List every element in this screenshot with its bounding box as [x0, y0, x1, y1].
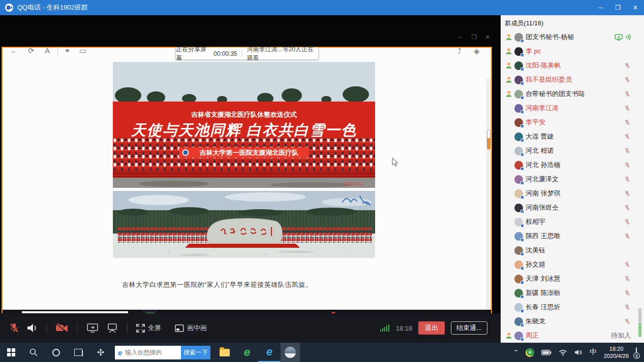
member-name: 沈美钰: [526, 246, 631, 255]
member-row[interactable]: 沈美钰: [501, 243, 644, 257]
sidebar-scrollbar[interactable]: [638, 308, 641, 337]
svg-text:天使与天池同辉 白衣共白雪一色: 天使与天池同辉 白衣共白雪一色: [130, 122, 357, 138]
task-view-button[interactable]: [67, 343, 89, 362]
speaking-icon: [625, 34, 631, 41]
member-row[interactable]: 河南李江涛: [501, 101, 644, 115]
speaker-icon[interactable]: [574, 349, 582, 356]
mic-muted-icon[interactable]: [624, 304, 631, 311]
member-row[interactable]: 河南 张梦琪: [501, 186, 644, 201]
mic-muted-icon[interactable]: [624, 190, 631, 197]
mic-muted-icon[interactable]: [624, 289, 631, 297]
mic-muted-icon[interactable]: [624, 233, 631, 240]
active-app-button[interactable]: [281, 343, 300, 362]
browser-360-button[interactable]: e: [236, 343, 258, 362]
avatar: [514, 218, 523, 226]
member-row[interactable]: 陕西 王思唯: [501, 229, 644, 243]
reader-cube-button[interactable]: ◈: [474, 47, 480, 56]
camera-muted-button[interactable]: [55, 323, 69, 333]
mic-muted-icon[interactable]: [624, 275, 631, 282]
reader-page-icon[interactable]: ▭: [79, 46, 86, 55]
member-row[interactable]: 河北 程诺: [501, 144, 644, 158]
mic-muted-icon[interactable]: [624, 90, 631, 97]
edge-button[interactable]: e: [258, 343, 281, 362]
mic-muted-icon[interactable]: [624, 105, 631, 112]
status-divider: [242, 50, 242, 57]
start-button[interactable]: [0, 343, 22, 362]
member-row[interactable]: 周正待加入: [501, 328, 644, 343]
desktop-clock[interactable]: 18:20 2020/4/26: [604, 345, 629, 359]
avatar: [514, 33, 523, 42]
avatar: [514, 61, 523, 70]
battery-icon[interactable]: [541, 350, 551, 355]
member-name: 河南李江涛: [526, 104, 624, 113]
mic-muted-icon[interactable]: [624, 261, 631, 268]
reading-progress-scrollbar[interactable]: [487, 129, 490, 150]
link-icon[interactable]: ⚭: [64, 46, 71, 55]
member-row[interactable]: 权相宇: [501, 215, 644, 229]
wifi-icon[interactable]: [559, 349, 567, 356]
refresh-icon[interactable]: ⟳: [28, 46, 35, 55]
maximize-button[interactable]: ❐: [609, 0, 627, 15]
mic-muted-icon[interactable]: [624, 76, 631, 83]
antivirus-tray-icon[interactable]: +: [526, 348, 534, 357]
mic-muted-icon[interactable]: [624, 62, 631, 69]
reader-close-button[interactable]: ✕: [482, 34, 493, 41]
mic-muted-icon[interactable]: [624, 133, 631, 140]
mic-muted-icon[interactable]: [624, 147, 631, 154]
member-row[interactable]: 沈阳-陈美帆: [501, 58, 644, 73]
member-row[interactable]: 河南张煜仝: [501, 201, 644, 215]
avatar: [514, 118, 523, 127]
call-duration: 18:18: [395, 324, 412, 332]
web-search-button[interactable]: 搜索一下: [181, 346, 210, 359]
toolbar-divider: [57, 47, 58, 55]
reader-restore-button[interactable]: ❐: [469, 34, 480, 41]
member-row[interactable]: 自带秘书的团支书哒: [501, 87, 644, 101]
mic-muted-icon[interactable]: [624, 176, 631, 183]
member-row[interactable]: 天津 刘冰慧: [501, 272, 644, 286]
search-button[interactable]: [22, 343, 45, 362]
member-row[interactable]: 李 pc: [501, 44, 644, 58]
mic-muted-icon[interactable]: [624, 204, 631, 211]
member-row[interactable]: 新疆 陈澎栃: [501, 286, 644, 300]
pip-button[interactable]: 画中画: [175, 323, 207, 333]
exit-button[interactable]: 退出: [418, 321, 445, 335]
shared-screen-area: ─ ❐ ✕ ⤴ ◈ ← ⟳ A ⚭ ▭: [0, 15, 501, 343]
fullscreen-button[interactable]: 全屏: [136, 323, 161, 333]
file-explorer-button[interactable]: [213, 343, 236, 362]
in-call-person-icon: [505, 62, 512, 69]
mic-muted-icon[interactable]: [624, 318, 631, 325]
member-row[interactable]: 孙文婧: [501, 257, 644, 272]
ime-indicator[interactable]: 中: [590, 348, 597, 357]
speaker-button[interactable]: [26, 323, 38, 333]
member-row[interactable]: 长春 汪思圻: [501, 300, 644, 314]
reader-minimize-button[interactable]: ─: [454, 34, 466, 41]
whiteboard-button[interactable]: [107, 323, 118, 333]
in-call-person-icon: [505, 48, 512, 55]
divider: [127, 322, 128, 334]
mic-muted-icon[interactable]: [624, 119, 631, 126]
member-row[interactable]: 团支书秘书-杨秘: [501, 30, 644, 44]
member-row[interactable]: 河北廉泽文: [501, 172, 644, 186]
action-center-button[interactable]: 1: [636, 348, 637, 357]
in-call-person-icon: [505, 332, 512, 339]
member-row[interactable]: 大连 曹婕: [501, 129, 644, 144]
signal-strength-icon: [380, 324, 390, 332]
hidden-icons-chevron[interactable]: ⌃: [513, 349, 518, 356]
screen-share-button[interactable]: [86, 323, 99, 333]
cortana-button[interactable]: [45, 343, 67, 362]
back-icon[interactable]: ←: [10, 46, 18, 55]
reader-share-button[interactable]: ⤴: [457, 47, 462, 55]
member-row[interactable]: 李平安: [501, 115, 644, 129]
member-row[interactable]: 朱晓龙: [501, 314, 644, 328]
member-row[interactable]: 我不是组织委员: [501, 73, 644, 87]
member-row[interactable]: 河北 孙浩楠: [501, 158, 644, 172]
mic-muted-icon[interactable]: [624, 218, 631, 225]
web-search-box[interactable]: e 输入你想搜的 搜索一下: [115, 346, 210, 359]
pinwheel-app-button[interactable]: ✣: [89, 343, 112, 362]
mic-muted-icon[interactable]: [624, 161, 631, 169]
minimize-button[interactable]: ─: [592, 0, 609, 15]
font-size-icon[interactable]: A: [45, 46, 50, 55]
mic-muted-button[interactable]: [9, 322, 19, 334]
close-button[interactable]: ✕: [627, 0, 644, 15]
end-call-button[interactable]: 结束通...: [451, 321, 487, 335]
